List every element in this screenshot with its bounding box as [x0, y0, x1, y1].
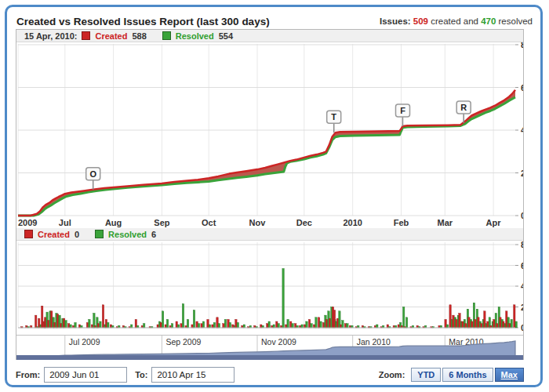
day-bar-pair[interactable] [285, 319, 289, 328]
svg-text:Jan 2010: Jan 2010 [357, 337, 391, 347]
navigator-svg[interactable]: Jul 2009Sep 2009Nov 2009Jan 2010Mar 2010 [16, 336, 523, 360]
svg-text:Nov: Nov [249, 218, 267, 227]
report-header: Created vs Resolved Issues Report (last … [16, 13, 533, 29]
legend-created-value: 0 [75, 230, 79, 239]
created-resolved-band[interactable] [18, 90, 515, 216]
day-bar-pair[interactable] [374, 325, 378, 328]
navigator-scrollbar[interactable] [16, 355, 523, 360]
day-bar-pair[interactable] [276, 321, 280, 328]
svg-text:0: 0 [521, 323, 523, 332]
day-bar-pair[interactable] [105, 319, 109, 328]
day-bar-pair[interactable] [267, 321, 271, 328]
day-bar-pair[interactable] [207, 319, 211, 328]
flag-T[interactable]: T [327, 111, 341, 132]
zoom-6-months-button[interactable]: 6 Months [442, 368, 493, 382]
to-date-input[interactable] [151, 367, 235, 383]
day-bar-pair[interactable] [67, 324, 71, 328]
day-bar-pair[interactable] [445, 319, 449, 328]
day-bar-pair[interactable] [191, 310, 195, 328]
legend-resolved-value: 554 [219, 31, 233, 41]
report-panel: Created vs Resolved Issues Report (last … [5, 5, 543, 387]
day-bar-pair[interactable] [212, 322, 216, 328]
day-bar-pair[interactable] [78, 325, 82, 328]
day-bar-pair[interactable] [300, 325, 304, 328]
day-bar-pair[interactable] [260, 325, 264, 328]
svg-text:T: T [331, 112, 336, 122]
day-bar-pair[interactable] [141, 324, 145, 328]
svg-text:Jul: Jul [59, 218, 71, 227]
range-navigator[interactable]: Jul 2009Sep 2009Nov 2009Jan 2010Mar 2010 [16, 335, 523, 360]
range-toolbar: From: To: Zoom: YTD6 MonthsMax [16, 365, 524, 385]
issues-resolved-text: resolved [496, 16, 533, 26]
day-bar-pair[interactable] [344, 324, 348, 328]
day-bar-pair[interactable] [63, 318, 67, 328]
day-bar-pair[interactable] [227, 319, 231, 328]
svg-text:F: F [400, 106, 405, 115]
day-bar-pair[interactable] [176, 321, 180, 328]
day-bar-pair[interactable] [180, 304, 184, 328]
day-bar-pair[interactable] [387, 325, 391, 328]
day-bar-pair[interactable] [223, 319, 227, 328]
svg-text:Nov 2009: Nov 2009 [261, 337, 296, 347]
svg-text:0: 0 [521, 211, 523, 220]
from-date-input[interactable] [44, 367, 127, 383]
daily-chart-legend: Created 0 Resolved 6 [16, 228, 523, 241]
day-bar-pair[interactable] [165, 319, 169, 328]
day-bar-pair[interactable] [201, 321, 205, 328]
day-bar-pair[interactable] [185, 319, 189, 328]
svg-text:Apr: Apr [486, 218, 502, 227]
issues-created-count: 509 [413, 16, 428, 26]
report-page: Created vs Resolved Issues Report (last … [0, 0, 549, 392]
day-bar-pair[interactable] [318, 318, 322, 328]
svg-text:400: 400 [521, 125, 523, 135]
legend-date: 15 Apr, 2010: [24, 31, 77, 41]
svg-text:Oct: Oct [202, 218, 216, 227]
legend-resolved-value: 6 [151, 230, 156, 239]
day-bar-pair[interactable] [290, 321, 294, 328]
day-bar-pair[interactable] [271, 325, 275, 328]
from-label: From: [16, 370, 40, 379]
svg-text:O: O [89, 169, 96, 179]
day-bar-pair[interactable] [235, 319, 239, 328]
svg-text:60: 60 [521, 261, 523, 270]
zoom-max-button[interactable]: Max [495, 368, 524, 382]
day-bar-pair[interactable] [160, 311, 164, 328]
svg-text:40: 40 [521, 281, 523, 291]
main-chart-svg[interactable]: 02004006008002009JulAugSepOctNovDec2010F… [16, 42, 523, 228]
main-chart-legend: 15 Apr, 2010: Created 588 Resolved 554 [16, 30, 523, 42]
day-bar-pair[interactable] [135, 319, 139, 328]
daily-bars-chart[interactable]: 020406080 [16, 241, 523, 335]
day-bar-pair[interactable] [295, 324, 299, 328]
zoom-label: Zoom: [379, 370, 405, 379]
svg-text:Dec: Dec [296, 218, 312, 227]
chart-container: 15 Apr, 2010: Created 588 Resolved 554 0… [16, 29, 524, 360]
svg-text:Jul 2009: Jul 2009 [69, 337, 100, 347]
created-series-line[interactable] [18, 90, 515, 216]
legend-resolved-label: Resolved [108, 230, 147, 239]
day-bar-pair[interactable] [169, 324, 173, 328]
svg-text:Sep 2009: Sep 2009 [165, 337, 201, 347]
resolved-swatch-icon [162, 31, 171, 40]
svg-text:Sep: Sep [154, 218, 169, 227]
legend-created-label: Created [95, 31, 127, 41]
resolved-series-line[interactable] [18, 97, 515, 216]
zoom-ytd-button[interactable]: YTD [411, 368, 441, 382]
day-bar-pair[interactable] [86, 319, 90, 328]
flag-O[interactable]: O [86, 168, 100, 190]
svg-text:200: 200 [521, 169, 523, 178]
day-bar-pair[interactable] [196, 321, 200, 328]
flag-F[interactable]: F [396, 104, 410, 126]
day-bar-pair[interactable] [308, 319, 312, 328]
day-bar-pair[interactable] [242, 325, 245, 328]
day-bar-pair[interactable] [216, 318, 220, 328]
svg-text:20: 20 [521, 303, 523, 312]
svg-text:2009: 2009 [18, 218, 37, 227]
day-bar-pair[interactable] [313, 318, 317, 328]
created-swatch-icon [82, 31, 90, 40]
day-bar-pair[interactable] [129, 325, 133, 328]
main-chart[interactable]: 02004006008002009JulAugSepOctNovDec2010F… [16, 42, 523, 228]
daily-bars-svg[interactable]: 020406080 [16, 241, 523, 335]
day-bar-pair[interactable] [281, 269, 285, 328]
day-bar-pair[interactable] [514, 305, 518, 328]
day-bar-pair[interactable] [72, 322, 76, 328]
